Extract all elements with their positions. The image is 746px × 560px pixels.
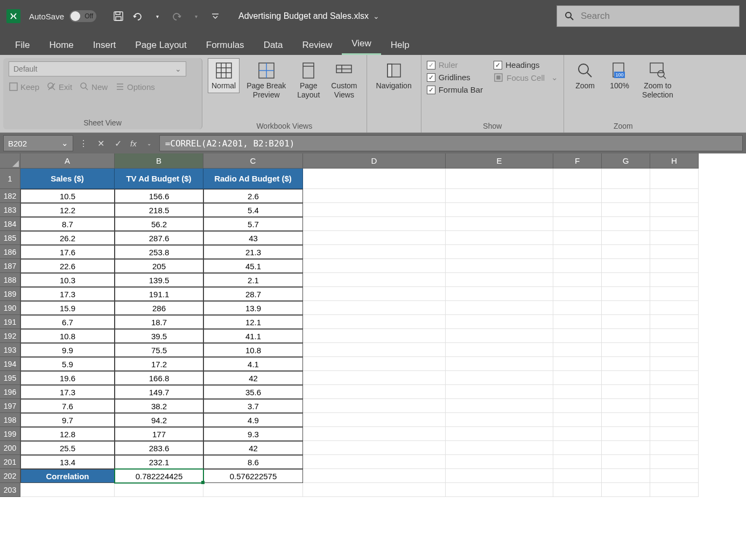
cell[interactable] [650, 169, 699, 189]
cell[interactable]: 177 [115, 427, 203, 441]
row-header[interactable]: 195 [0, 371, 20, 385]
row-header[interactable]: 202 [0, 469, 20, 483]
cell[interactable] [553, 357, 602, 371]
cell[interactable] [650, 301, 699, 315]
cell[interactable] [446, 217, 553, 231]
cell[interactable] [650, 203, 699, 217]
cell[interactable]: 41.1 [203, 329, 303, 343]
cell[interactable]: 8.6 [203, 455, 303, 469]
cell[interactable] [303, 231, 446, 245]
name-box[interactable]: B202 ⌄ [3, 135, 73, 151]
row-header[interactable]: 197 [0, 399, 20, 413]
cell[interactable] [650, 217, 699, 231]
row-header[interactable]: 185 [0, 231, 20, 245]
cell[interactable] [602, 329, 650, 343]
cell[interactable] [446, 427, 553, 441]
filename[interactable]: Advertising Budget and Sales.xlsx ⌄ [238, 11, 379, 21]
cell[interactable] [303, 399, 446, 413]
autosave-toggle[interactable]: Off [69, 10, 96, 22]
row-header[interactable]: 184 [0, 217, 20, 231]
cell[interactable] [303, 441, 446, 455]
cell[interactable]: 283.6 [115, 441, 203, 455]
cell[interactable] [446, 259, 553, 273]
cell[interactable] [303, 259, 446, 273]
cell[interactable]: 166.8 [115, 371, 203, 385]
cell[interactable] [650, 483, 699, 497]
cell[interactable] [553, 287, 602, 301]
cell[interactable]: 13.9 [203, 301, 303, 315]
cell[interactable] [446, 273, 553, 287]
cell[interactable] [553, 231, 602, 245]
cell[interactable]: 286 [115, 301, 203, 315]
cell[interactable] [553, 315, 602, 329]
view-normal-button[interactable]: Normal [208, 58, 240, 93]
cell[interactable] [650, 189, 699, 203]
cell[interactable] [602, 259, 650, 273]
cell[interactable] [303, 413, 446, 427]
cell[interactable]: 0.576222575 [203, 469, 303, 483]
cell[interactable]: 19.6 [20, 371, 115, 385]
col-header-B[interactable]: B [115, 153, 203, 169]
header-cell[interactable]: Sales ($) [20, 169, 115, 189]
cell[interactable]: 17.2 [115, 357, 203, 371]
search-box[interactable] [557, 5, 740, 27]
cell[interactable] [115, 483, 203, 497]
cell[interactable]: 15.9 [20, 301, 115, 315]
cell[interactable]: 218.5 [115, 203, 203, 217]
cell[interactable] [602, 357, 650, 371]
row-header[interactable]: 203 [0, 483, 20, 497]
cell[interactable]: 35.6 [203, 385, 303, 399]
cell[interactable]: 12.8 [20, 427, 115, 441]
undo-dropdown-icon[interactable]: ▾ [150, 9, 164, 23]
cell[interactable] [446, 413, 553, 427]
col-header-H[interactable]: H [650, 153, 699, 169]
cell[interactable]: 39.5 [115, 329, 203, 343]
cell[interactable]: 2.1 [203, 273, 303, 287]
row-header[interactable]: 193 [0, 343, 20, 357]
cell[interactable]: 156.6 [115, 189, 203, 203]
cell[interactable] [602, 273, 650, 287]
cell[interactable] [602, 413, 650, 427]
view-pagelayout-button[interactable]: Page Layout [293, 58, 324, 102]
cell[interactable] [303, 217, 446, 231]
sheetview-new-button[interactable]: New [80, 82, 108, 92]
tab-formulas[interactable]: Formulas [196, 36, 254, 55]
cell[interactable]: 12.2 [20, 203, 115, 217]
cell[interactable] [553, 169, 602, 189]
cell[interactable] [650, 413, 699, 427]
cell[interactable] [553, 427, 602, 441]
cell[interactable]: 4.1 [203, 357, 303, 371]
view-custom-button[interactable]: Custom Views [327, 58, 361, 102]
row-header[interactable]: 201 [0, 455, 20, 469]
cell[interactable] [553, 413, 602, 427]
fx-dropdown-icon[interactable]: ⌄ [142, 136, 156, 150]
cell[interactable] [602, 231, 650, 245]
cell[interactable] [553, 469, 602, 483]
cell[interactable]: 25.5 [20, 441, 115, 455]
cell[interactable] [303, 357, 446, 371]
cell[interactable] [553, 399, 602, 413]
header-cell[interactable]: Radio Ad Budget ($) [203, 169, 303, 189]
col-header-G[interactable]: G [602, 153, 650, 169]
cell[interactable] [650, 469, 699, 483]
row-header[interactable]: 190 [0, 301, 20, 315]
tab-view[interactable]: View [342, 34, 381, 55]
cell[interactable] [602, 287, 650, 301]
cell[interactable] [303, 273, 446, 287]
cell[interactable] [303, 203, 446, 217]
cell[interactable]: 43 [203, 231, 303, 245]
select-all-corner[interactable] [0, 153, 20, 169]
cell[interactable]: 94.2 [115, 413, 203, 427]
cell[interactable] [650, 371, 699, 385]
fx-icon[interactable]: fx [128, 139, 139, 148]
cell[interactable] [650, 329, 699, 343]
cell[interactable] [446, 231, 553, 245]
cell[interactable] [446, 203, 553, 217]
tab-page-layout[interactable]: Page Layout [125, 36, 196, 55]
cell[interactable]: 9.3 [203, 427, 303, 441]
cell[interactable] [446, 189, 553, 203]
headings-checkbox[interactable]: ✓Headings [494, 60, 558, 69]
cell[interactable]: 22.6 [20, 259, 115, 273]
cell[interactable] [303, 483, 446, 497]
cell[interactable]: 2.6 [203, 189, 303, 203]
